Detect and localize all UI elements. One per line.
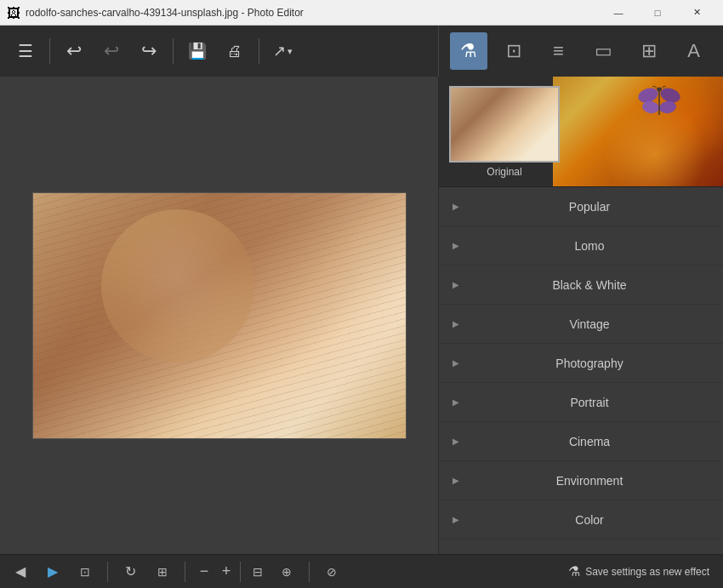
undo2-button[interactable]: ↩	[94, 34, 128, 68]
crop-tab-button[interactable]: ⊡	[495, 32, 532, 70]
save-settings-icon: ⚗	[568, 563, 580, 579]
save-settings-button[interactable]: ⚗ Save settings as new effect	[561, 560, 716, 583]
effect-arrow-icon: ▶	[453, 358, 459, 368]
zoom-controls: − + ⊟ ⊕	[194, 558, 300, 585]
zoom-in-button[interactable]: +	[216, 558, 236, 585]
rotate-button[interactable]: ↻	[117, 558, 144, 585]
grid-button[interactable]: ⊞	[149, 558, 176, 585]
effect-item-label: Popular	[470, 200, 709, 214]
text-tab-button[interactable]: A	[675, 32, 713, 70]
texture-tab-button[interactable]: ⊞	[630, 32, 668, 70]
app-layout: ☰ ↩ ↩ ↪ 💾 🖨 ↗ ▾ ⚗ ⊡ ≡ ▭ ⊞ A	[0, 26, 723, 588]
zoom-out-button[interactable]: −	[194, 558, 214, 585]
effect-item[interactable]: ▶ Cinema	[439, 422, 723, 461]
effect-arrow-icon: ▶	[453, 202, 459, 211]
share-dropdown-icon: ▾	[287, 46, 293, 57]
print-button[interactable]: 🖨	[218, 34, 252, 68]
effect-item-label: Black & White	[470, 278, 709, 292]
photo-canvas	[32, 192, 407, 439]
effect-item-label: Environment	[470, 474, 709, 488]
effect-arrow-icon: ▶	[453, 280, 459, 289]
effect-arrow-icon: ▶	[453, 397, 459, 407]
separator-2	[173, 38, 174, 64]
effect-item-label: Lomo	[470, 239, 709, 253]
pixel-button[interactable]: ⊕	[273, 558, 300, 585]
effect-item[interactable]: ▶ Photography	[439, 344, 723, 383]
effect-item[interactable]: ▶ Color	[439, 500, 723, 539]
canvas-area	[0, 77, 438, 554]
toolbar-left: ☰ ↩ ↩ ↪ 💾 🖨 ↗ ▾	[0, 26, 438, 77]
original-label: Original	[487, 166, 521, 178]
effect-item[interactable]: ▶ Lomo	[439, 226, 723, 265]
compare-button[interactable]: ⊘	[318, 558, 345, 585]
effects-tab-button[interactable]: ⚗	[450, 32, 487, 70]
effect-item[interactable]: ▶ Vintage	[439, 305, 723, 344]
butterfly-icon	[638, 85, 680, 119]
undo-button[interactable]: ↩	[57, 34, 91, 68]
bottom-sep-4	[309, 562, 310, 582]
play-button[interactable]: ▶	[39, 558, 66, 585]
save-settings-label: Save settings as new effect	[585, 566, 709, 578]
effect-item-label: Photography	[470, 357, 709, 370]
toolbar-right: ⚗ ⊡ ≡ ▭ ⊞ A	[438, 26, 723, 77]
effect-arrow-icon: ▶	[453, 476, 459, 485]
fit-button[interactable]: ⊟	[244, 558, 271, 585]
effect-item[interactable]: ▶ Popular	[439, 187, 723, 226]
bottom-sep-1	[107, 562, 108, 582]
effects-header: EFFECTS ↺ Original	[439, 77, 723, 187]
minimize-button[interactable]: —	[599, 0, 638, 26]
share-icon: ↗	[273, 42, 286, 60]
slideshow-button[interactable]: ⊡	[71, 558, 99, 585]
app-icon: 🖼	[7, 6, 20, 20]
right-panel: EFFECTS ↺ Original ▶ Popular ▶ Lomo ▶ Bl…	[438, 77, 723, 554]
prev-button[interactable]: ◀	[7, 558, 34, 585]
original-thumbnail-container[interactable]: Original	[449, 86, 560, 178]
effect-item-label: Portrait	[470, 396, 709, 409]
effect-item-label: Vintage	[470, 317, 709, 331]
frame-tab-button[interactable]: ▭	[585, 32, 623, 70]
window-controls: — □ ✕	[599, 0, 716, 26]
effect-arrow-icon: ▶	[453, 437, 459, 446]
bottom-left-controls: ◀ ▶ ⊡ ↻ ⊞ − + ⊟ ⊕ ⊘	[7, 558, 561, 585]
bottom-bar: ◀ ▶ ⊡ ↻ ⊞ − + ⊟ ⊕ ⊘ ⚗ Save settings as n…	[0, 554, 723, 588]
photo-image	[33, 192, 406, 439]
effect-item[interactable]: ▶ Black & White	[439, 265, 723, 305]
effects-list[interactable]: ▶ Popular ▶ Lomo ▶ Black & White ▶ Vinta…	[439, 187, 723, 554]
maximize-button[interactable]: □	[638, 0, 677, 26]
svg-point-5	[658, 88, 662, 92]
effect-arrow-icon: ▶	[453, 241, 459, 250]
menu-button[interactable]: ☰	[9, 34, 43, 68]
separator-1	[49, 38, 50, 64]
share-button[interactable]: ↗ ▾	[266, 38, 299, 64]
bottom-sep-3	[240, 562, 241, 582]
close-button[interactable]: ✕	[677, 0, 716, 26]
effect-item-label: Color	[470, 513, 709, 527]
effect-item-label: Cinema	[470, 435, 709, 448]
content-row: EFFECTS ↺ Original ▶ Popular ▶ Lomo ▶ Bl…	[0, 77, 723, 554]
redo-button[interactable]: ↪	[132, 34, 166, 68]
save-button[interactable]: 💾	[180, 34, 214, 68]
original-thumbnail	[449, 86, 560, 163]
toolbar-row: ☰ ↩ ↩ ↪ 💾 🖨 ↗ ▾ ⚗ ⊡ ≡ ▭ ⊞ A	[0, 26, 723, 77]
window-title: rodolfo-sanches-carvalho-439134-unsplash…	[26, 7, 599, 19]
effect-arrow-icon: ▶	[453, 515, 459, 524]
effect-arrow-icon: ▶	[453, 319, 459, 328]
adjust-tab-button[interactable]: ≡	[540, 32, 578, 70]
bottom-sep-2	[185, 562, 185, 582]
separator-3	[259, 38, 259, 64]
effect-item[interactable]: ▶ Portrait	[439, 383, 723, 422]
titlebar: 🖼 rodolfo-sanches-carvalho-439134-unspla…	[0, 0, 723, 26]
effect-item[interactable]: ▶ Environment	[439, 461, 723, 500]
